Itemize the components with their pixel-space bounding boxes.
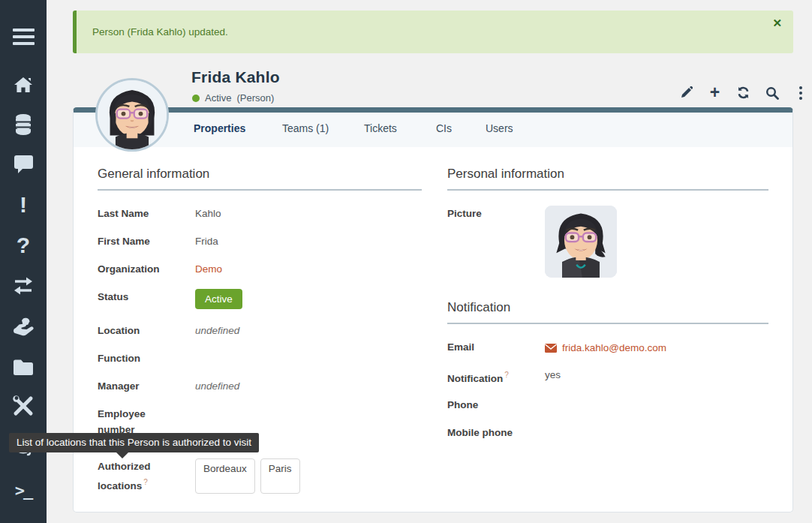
- location-tags: Bordeaux Paris: [195, 458, 300, 494]
- page-title: Frida Kahlo: [191, 68, 280, 86]
- home-icon[interactable]: [0, 74, 47, 96]
- field-first-name: First Name Frida: [98, 233, 422, 251]
- right-column: Personal information Picture: [447, 147, 768, 452]
- email-link[interactable]: frida.kahlo@demo.com: [562, 340, 666, 356]
- tab-bar: Properties Teams (1) Tickets CIs Users: [74, 113, 792, 147]
- close-icon[interactable]: ✕: [772, 17, 782, 30]
- chat-icon[interactable]: [0, 154, 47, 175]
- field-location: Location undefined: [98, 323, 422, 340]
- help-icon[interactable]: ?: [504, 371, 509, 379]
- help-icon[interactable]: ?: [143, 478, 148, 486]
- field-notification: Notification? yes: [447, 367, 768, 386]
- tab-properties[interactable]: Properties: [194, 122, 245, 134]
- field-status: Status Active: [98, 289, 422, 309]
- authorized-locations-label: Authorized locations: [98, 461, 151, 491]
- field-picture: Picture: [447, 206, 768, 278]
- field-email: Email frida.kahlo@demo.com: [447, 339, 768, 356]
- success-banner: Person (Frida Kahlo) updated. ✕: [73, 11, 793, 53]
- field-function: Function: [98, 350, 422, 368]
- field-organization: Organization Demo: [98, 261, 422, 278]
- tag-paris: Paris: [260, 458, 300, 494]
- more-actions-icon[interactable]: [793, 86, 807, 100]
- status-dot-icon: [192, 95, 200, 102]
- notification-label: Notification: [447, 373, 503, 384]
- database-icon[interactable]: [0, 113, 47, 137]
- person-picture: [545, 206, 617, 278]
- class-label: (Person): [236, 92, 274, 104]
- field-last-name: Last Name Kahlo: [98, 206, 422, 223]
- field-manager: Manager undefined: [98, 378, 422, 395]
- object-toolbar: +: [679, 86, 807, 100]
- search-icon[interactable]: [765, 86, 779, 100]
- status-line: Active (Person): [192, 92, 274, 104]
- field-phone: Phone: [447, 397, 768, 414]
- section-title-notification: Notification: [447, 300, 768, 324]
- tools-icon[interactable]: [0, 395, 47, 419]
- folder-icon[interactable]: [0, 356, 47, 378]
- menu-toggle-icon[interactable]: [0, 27, 47, 47]
- tab-tickets[interactable]: Tickets: [364, 122, 397, 134]
- incident-icon[interactable]: !: [0, 192, 47, 218]
- status-label: Active: [205, 92, 231, 104]
- person-avatar: [95, 78, 169, 152]
- section-title-personal: Personal information: [447, 167, 768, 191]
- envelope-icon: [545, 344, 557, 353]
- status-badge: Active: [195, 289, 242, 309]
- organization-link[interactable]: Demo: [195, 261, 222, 278]
- field-mobile-phone: Mobile phone: [447, 425, 768, 442]
- terminal-icon[interactable]: >_: [0, 477, 47, 503]
- authorized-locations-tooltip: List of locations that this Person is au…: [9, 433, 259, 452]
- field-authorized-locations: Authorized locations? Bordeaux Paris: [98, 458, 422, 494]
- problem-icon[interactable]: ?: [0, 233, 47, 258]
- new-plus-icon[interactable]: +: [708, 86, 722, 100]
- service-hand-icon[interactable]: [0, 315, 47, 339]
- banner-message: Person (Frida Kahlo) updated.: [92, 26, 228, 38]
- tab-users[interactable]: Users: [486, 122, 513, 134]
- refresh-icon[interactable]: [736, 86, 750, 100]
- tab-cis[interactable]: CIs: [436, 122, 452, 134]
- section-title-general: General information: [98, 167, 422, 191]
- tag-bordeaux: Bordeaux: [195, 458, 255, 494]
- transfer-arrows-icon[interactable]: [0, 275, 47, 297]
- tab-teams[interactable]: Teams (1): [282, 122, 329, 134]
- edit-pencil-icon[interactable]: [679, 86, 693, 100]
